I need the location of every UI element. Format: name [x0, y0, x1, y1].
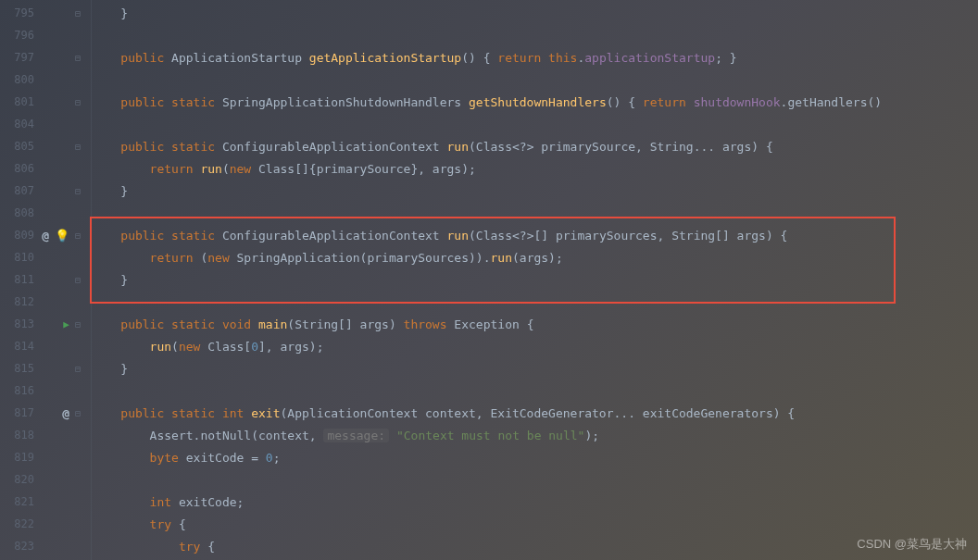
code-token: (	[200, 251, 207, 265]
code-line[interactable]	[88, 202, 978, 224]
bulb-icon[interactable]: 💡	[55, 229, 69, 243]
fold-icon[interactable]: ⊟	[75, 408, 81, 418]
run-icon[interactable]: ▶	[63, 318, 69, 330]
code-token: Exception {	[454, 317, 533, 331]
code-line[interactable]: try {	[88, 513, 978, 535]
code-token: public static int	[92, 406, 251, 420]
code-line[interactable]: int exitCode;	[88, 491, 978, 513]
code-line[interactable]: public static ConfigurableApplicationCon…	[88, 135, 978, 157]
code-line[interactable]	[88, 113, 978, 135]
code-token: shutdownHook	[694, 95, 781, 109]
gutter-line: 807⊟	[0, 180, 88, 202]
fold-icon[interactable]: ⊟	[75, 230, 81, 241]
code-line[interactable]: }	[88, 357, 978, 380]
code-line[interactable]: public ApplicationStartup getApplication…	[88, 46, 978, 68]
code-line[interactable]	[88, 380, 978, 402]
code-line[interactable]: return (new SpringApplication(primarySou…	[88, 246, 978, 268]
line-number: 822	[6, 517, 34, 530]
gutter-line: 819	[0, 446, 88, 468]
code-token: ; }	[715, 51, 736, 65]
fold-icon[interactable]: ⊟	[75, 364, 81, 374]
gutter-line: 805⊟	[0, 135, 88, 157]
gutter-line: 809@💡⊟	[0, 224, 88, 246]
code-token: "Context must not be null"	[396, 429, 585, 442]
code-token: public static	[92, 95, 222, 109]
code-token: exit	[251, 406, 280, 420]
override-icon[interactable]: @	[62, 406, 69, 420]
gutter-line: 812	[0, 291, 88, 313]
line-number: 807	[6, 184, 34, 197]
gutter-marks: ⊟	[34, 364, 81, 374]
code-token: (	[222, 162, 230, 176]
override-icon[interactable]: @	[42, 229, 49, 243]
line-number: 821	[6, 495, 34, 508]
code-line[interactable]: return run(new Class[]{primarySource}, a…	[88, 157, 978, 180]
code-line[interactable]: Assert.notNull(context, message: "Contex…	[88, 424, 978, 446]
code-line[interactable]	[88, 468, 978, 491]
gutter-line: 815⊟	[0, 357, 88, 380]
gutter-line: 806	[0, 157, 88, 180]
code-token: getShutdownHandlers	[469, 95, 607, 109]
gutter-line: 810	[0, 246, 88, 268]
fold-icon[interactable]: ⊟	[75, 8, 81, 19]
code-editor: 795⊟796797⊟800801⊟804805⊟806807⊟808809@💡…	[0, 0, 978, 560]
fold-icon[interactable]: ⊟	[75, 319, 81, 330]
line-number: 817	[6, 406, 34, 419]
code-area[interactable]: } public ApplicationStartup getApplicati…	[88, 0, 978, 560]
code-token: public	[92, 51, 171, 65]
gutter-line: 795⊟	[0, 2, 88, 24]
code-line[interactable]: }	[88, 2, 978, 24]
code-token: 0	[266, 451, 273, 465]
code-line[interactable]: byte exitCode = 0;	[88, 446, 978, 468]
code-token: public static	[92, 229, 222, 243]
line-number: 811	[6, 273, 34, 286]
fold-icon[interactable]: ⊟	[75, 142, 81, 152]
fold-icon[interactable]: ⊟	[75, 97, 81, 107]
line-number: 804	[6, 118, 34, 131]
code-token: {	[179, 517, 186, 531]
code-token: int	[92, 495, 179, 509]
code-line[interactable]: try {	[88, 535, 978, 557]
code-token: }	[92, 362, 128, 376]
code-token: getApplicationStartup	[309, 51, 461, 65]
code-line[interactable]	[88, 24, 978, 46]
code-token: (Class<?> primarySource, String... args)…	[469, 140, 773, 154]
code-token: main	[258, 317, 287, 331]
gutter-line: 801⊟	[0, 91, 88, 113]
code-token: try	[92, 540, 207, 554]
line-number: 797	[6, 51, 34, 64]
code-token: try	[92, 517, 179, 531]
gutter-line: 822	[0, 513, 88, 535]
fold-icon[interactable]: ⊟	[75, 186, 81, 196]
code-line[interactable]: run(new Class[0], args);	[88, 335, 978, 357]
gutter-marks: ⊟	[34, 97, 81, 107]
line-number: 816	[6, 384, 34, 397]
code-line[interactable]: public static int exit(ApplicationContex…	[88, 402, 978, 424]
code-line[interactable]	[88, 68, 978, 91]
line-number: 815	[6, 362, 34, 375]
code-token: run	[447, 140, 469, 154]
code-token: SpringApplicationShutdownHandlers	[222, 95, 469, 109]
line-number: 818	[6, 429, 34, 442]
gutter-marks: @💡⊟	[34, 229, 81, 243]
gutter-line: 813▶⊟	[0, 313, 88, 335]
code-line[interactable]: }	[88, 180, 978, 202]
fold-icon[interactable]: ⊟	[75, 275, 81, 285]
gutter-line: 818	[0, 424, 88, 446]
code-line[interactable]	[88, 291, 978, 313]
code-token: );	[584, 429, 599, 442]
line-number: 820	[6, 473, 34, 486]
fold-icon[interactable]: ⊟	[75, 53, 81, 63]
gutter-line: 817@⊟	[0, 402, 88, 424]
code-token: public static void	[92, 317, 258, 331]
code-token: ], args);	[258, 340, 323, 354]
line-number: 810	[6, 251, 34, 264]
code-line[interactable]: public static void main(String[] args) t…	[88, 313, 978, 335]
code-line[interactable]: public static ConfigurableApplicationCon…	[88, 224, 978, 246]
code-token: () {	[607, 95, 643, 109]
code-line[interactable]: public static SpringApplicationShutdownH…	[88, 91, 978, 113]
gutter-marks: ⊟	[34, 142, 81, 152]
code-line[interactable]: }	[88, 268, 978, 291]
code-token: =	[244, 451, 265, 465]
code-token: }	[92, 273, 128, 287]
